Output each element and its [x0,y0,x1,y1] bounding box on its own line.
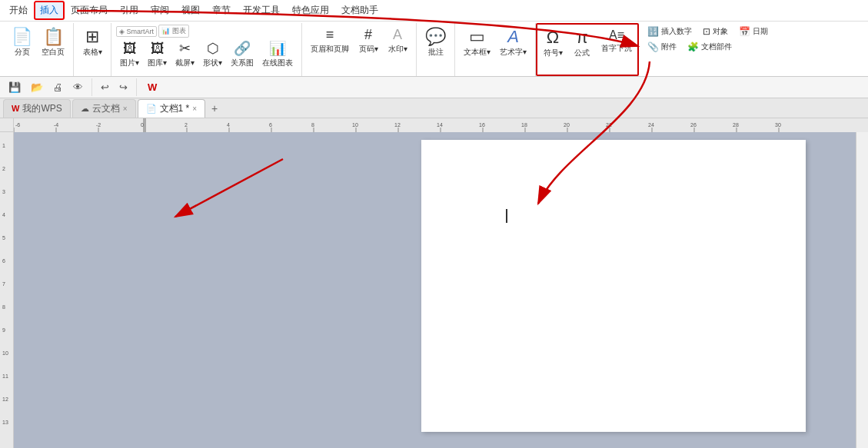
insert-doc-part-btn[interactable]: 🧩 文档部件 [683,40,736,54]
insert-textbox-btn[interactable]: ▭ 文本框▾ [460,25,494,61]
svg-text:8: 8 [311,122,314,128]
insert-object-btn[interactable]: ⊡ 对象 [699,25,732,38]
svg-text:9: 9 [2,327,5,333]
svg-text:6: 6 [2,258,5,264]
menu-start[interactable]: 开始 [3,1,34,20]
page-break-icon: 📄 [12,28,32,46]
insert-blank-page-btn[interactable]: 📋 空白页 [38,25,68,61]
insert-watermark-btn[interactable]: A 水印▾ [384,25,411,58]
blank-page-icon: 📋 [43,28,64,46]
toolbar-divider [91,78,92,96]
dropcap-icon: A≡ [609,28,624,42]
insert-symbol-btn[interactable]: Ω 符号▾ [539,25,567,61]
save-btn[interactable]: 💾 [5,79,25,95]
tab-cloud-icon: ☁ [81,104,89,114]
ribbon-comment-section: 💬 批注 [417,23,455,76]
ruler-vertical: 1 2 3 4 5 6 7 8 9 10 11 12 13 [0,132,14,448]
omega-icon: Ω [547,28,559,47]
ribbon-symbol-section: Ω 符号▾ π 公式 A≡ 首字下沉 [536,23,639,76]
svg-text:16: 16 [479,122,485,128]
relation-icon: 🔗 [234,41,251,57]
chart-label-btn: 📊 图表 [158,25,189,38]
tab-cloud-close[interactable]: × [123,105,128,113]
smartart-label-btn: ◈ SmartArt [116,26,157,37]
shape-icon: ⬡ [207,41,219,57]
insert-page-break-btn[interactable]: 📄 分页 [8,25,36,61]
tab-wps-icon: W [12,104,19,113]
svg-text:14: 14 [437,122,443,128]
svg-text:12: 12 [2,397,8,402]
insert-formula-btn[interactable]: π 公式 [568,25,596,61]
menu-insert[interactable]: 插入 [34,1,65,20]
page-container [421,132,856,448]
insert-gallery-btn[interactable]: 🖼 图库▾ [144,38,171,71]
svg-text:2: 2 [2,166,5,171]
insert-image-btn[interactable]: 🖼 图片▾ [116,38,143,71]
menu-devtools[interactable]: 开发工具 [237,1,286,20]
insert-screenshot-btn[interactable]: ✂ 截屏▾ [171,38,198,71]
print-btn[interactable]: 🖨 [49,79,67,95]
left-grey-area [14,132,421,448]
svg-text:24: 24 [648,122,654,128]
svg-text:10: 10 [2,350,8,356]
vertical-scrollbar[interactable] [856,132,868,448]
ribbon-text-section: ▭ 文本框▾ A 艺术字▾ [455,23,536,76]
image-icon: 🖼 [123,41,137,57]
comment-icon: 💬 [425,28,446,46]
document-page[interactable] [421,140,806,432]
svg-text:28: 28 [733,122,739,128]
insert-number-icon: 🔢 [647,26,659,37]
ruler-horizontal: -6 -4 -2 0 2 4 6 8 10 12 14 16 18 [14,118,868,132]
insert-dropcap-btn[interactable]: A≡ 首字下沉 [597,25,636,57]
header-footer-icon: ≡ [326,28,334,43]
ribbon-table-section: ⊞ 表格▾ [74,23,111,76]
gallery-icon: 🖼 [151,41,165,57]
tab-cloud[interactable]: ☁ 云文档 × [72,99,136,118]
svg-text:7: 7 [2,281,5,287]
menu-review[interactable]: 审阅 [145,1,175,20]
date-icon: 📅 [739,26,750,37]
insert-relation-btn[interactable]: 🔗 关系图 [227,38,258,71]
menu-reference[interactable]: 引用 [114,1,145,20]
online-chart-icon: 📊 [269,41,286,57]
attachment-icon: 📎 [647,41,659,52]
insert-online-chart-btn[interactable]: 📊 在线图表 [258,38,297,71]
ribbon-illustrations-section: ◈ SmartArt 📊 图表 🖼 图片▾ 🖼 图库▾ ✂ 截屏▾ [111,23,302,76]
menu-doc-assistant[interactable]: 文档助手 [335,1,384,20]
svg-text:-2: -2 [96,122,101,128]
document-main-area [14,132,856,448]
insert-header-footer-btn[interactable]: ≡ 页眉和页脚 [307,25,353,58]
menu-view[interactable]: 视图 [175,1,206,20]
insert-shape-btn[interactable]: ⬡ 形状▾ [199,38,226,71]
watermark-icon: A [393,28,402,43]
open-btn[interactable]: 📂 [27,79,47,95]
insert-wordart-btn[interactable]: A 艺术字▾ [496,25,530,61]
screenshot-icon: ✂ [179,41,191,57]
tab-doc1-close[interactable]: × [192,105,197,113]
tab-mywps[interactable]: W 我的WPS [3,99,71,118]
svg-text:2: 2 [185,122,188,128]
undo-btn[interactable]: ↩ [97,79,113,95]
menu-section[interactable]: 章节 [206,1,237,20]
svg-text:11: 11 [2,373,8,379]
insert-number-btn[interactable]: 🔢 插入数字 [644,25,696,38]
svg-text:-4: -4 [54,122,58,128]
menu-features[interactable]: 特色应用 [286,1,335,20]
insert-date-btn[interactable]: 📅 日期 [735,25,772,38]
tab-add-btn[interactable]: + [207,101,222,116]
svg-text:30: 30 [775,122,781,128]
insert-page-num-btn[interactable]: # 页码▾ [354,25,382,58]
menu-page-layout[interactable]: 页面布局 [65,1,114,20]
insert-comment-btn[interactable]: 💬 批注 [421,25,450,61]
preview-btn[interactable]: 👁 [69,79,87,95]
redo-btn[interactable]: ↪ [115,79,131,95]
insert-attachment-btn[interactable]: 📎 附件 [644,40,680,54]
textbox-icon: ▭ [469,28,485,46]
insert-table-btn[interactable]: ⊞ 表格▾ [78,25,106,61]
tab-mywps-label: 我的WPS [22,102,62,115]
svg-text:-6: -6 [15,122,20,128]
svg-text:8: 8 [2,304,5,310]
object-icon: ⊡ [703,26,710,37]
text-cursor [506,209,508,223]
tab-doc1[interactable]: 📄 文档1 * × [138,99,206,118]
